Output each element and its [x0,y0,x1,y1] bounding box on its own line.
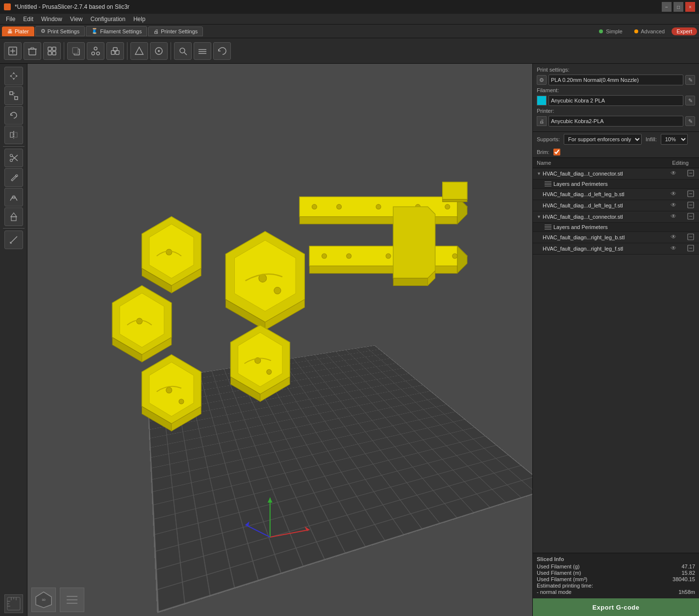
list-item[interactable]: ▶ HVAC_fault_diagn...right_leg_f.stl 👁 [533,243,699,255]
filament-g-row: Used Filament (g) 47.17 [537,564,695,569]
undo-button[interactable] [213,42,231,60]
tab-printer-settings[interactable]: 🖨 Printer Settings [148,26,203,36]
edit-icon[interactable] [687,202,695,209]
item-name: Layers and Perimeters [553,224,695,230]
menu-file[interactable]: File [2,15,19,24]
infill-select[interactable]: 10% [661,134,688,145]
maximize-button[interactable]: □ [674,2,683,12]
add-object-button[interactable] [4,42,22,60]
svg-rect-89 [443,182,467,199]
filament-g-label: Used Filament (g) [537,564,579,569]
copy-button[interactable] [67,42,85,60]
rotate-tool[interactable] [4,106,23,125]
list-item[interactable]: ▼ HVAC_fault_diag...t_connector.stl 👁 [533,211,699,223]
mode-expert-button[interactable]: Expert [672,27,697,35]
edit-icon[interactable] [687,233,695,241]
advanced-dot [634,29,638,33]
split-button[interactable] [106,42,124,60]
filament-mm3-row: Used Filament (mm³) 38040.15 [537,576,695,582]
move-tool[interactable] [4,67,23,85]
filament-color-swatch[interactable] [537,96,547,105]
visibility-icon[interactable]: 👁 [671,233,678,241]
tab-filament-settings[interactable]: 🧵 Filament Settings [86,26,147,36]
svg-point-86 [376,205,381,209]
paint-tool[interactable] [4,168,23,187]
list-item[interactable]: ▶ HVAC_fault_diag...d_left_leg_b.stl 👁 [533,189,699,200]
filament-label: Filament: [537,87,564,93]
list-item[interactable]: ▶ HVAC_fault_diagn...right_leg_b.stl 👁 [533,232,699,243]
arrange-button[interactable] [43,42,61,60]
mirror-tool[interactable] [4,126,23,144]
delete-button[interactable] [24,42,41,60]
menu-window[interactable]: Window [37,15,66,24]
list-item-child[interactable]: Layers and Perimeters [533,180,699,189]
print-settings-icon: ⚙ [41,28,46,34]
visibility-icon[interactable]: 👁 [671,213,678,221]
svg-line-31 [13,95,15,97]
edit-icon[interactable] [687,213,695,221]
mode-simple-button[interactable]: Simple [594,27,627,35]
print-gear-icon[interactable]: ⚙ [537,75,547,85]
viewport[interactable]: 3D [27,64,532,616]
visibility-icon[interactable]: 👁 [671,202,678,209]
svg-marker-61 [112,337,142,362]
print-settings-edit-icon[interactable]: ✎ [685,75,695,85]
svg-point-87 [415,205,420,209]
layer-view-button[interactable] [60,588,84,612]
supports-select[interactable]: For support enforcers only [564,134,642,145]
visibility-icon[interactable]: 👁 [671,170,678,178]
instances-button[interactable] [87,42,104,60]
search-button[interactable] [174,42,192,60]
list-item[interactable]: ▶ HVAC_fault_diag...d_left_leg_f.stl 👁 [533,200,699,211]
print-profile-select[interactable]: PLA 0.20mm Normal(0.4mm Nozzle) [549,75,683,85]
edit-icon[interactable] [687,170,695,178]
printer-profile-select[interactable]: Anycubic Kobra2-PLA [549,116,683,127]
close-button[interactable]: × [685,2,695,12]
menu-help[interactable]: Help [129,15,150,24]
svg-point-12 [92,52,95,55]
menu-view[interactable]: View [66,15,87,24]
scale-tool[interactable] [4,86,23,105]
titlebar: *Untitled - PrusaSlicer-2.7.4 based on S… [0,0,699,14]
navigation-cube[interactable]: 3D [31,588,56,612]
visibility-icon[interactable]: 👁 [671,245,678,253]
edit-icon[interactable] [687,190,695,198]
print-settings-section: Print settings: ⚙ PLA 0.20mm Normal(0.4m… [533,64,699,132]
minimize-button[interactable]: − [662,2,672,12]
edit-icon[interactable] [687,245,695,253]
visibility-icon[interactable]: 👁 [671,190,678,198]
filament-mm3-label: Used Filament (mm³) [537,576,587,582]
svg-rect-6 [48,47,51,51]
support-button[interactable] [130,42,148,60]
svg-line-38 [12,156,18,161]
mode-advanced-button[interactable]: Advanced [629,27,670,35]
tab-plater[interactable]: 🖶 Plater [2,26,34,36]
support-paint-tool[interactable] [4,207,23,226]
seam-paint-tool[interactable] [4,188,23,206]
list-item[interactable]: ▼ HVAC_fault_diag...t_connector.stl 👁 [533,168,699,180]
seam-button[interactable] [150,42,168,60]
brim-checkbox[interactable] [553,149,560,155]
tab-print-settings[interactable]: ⚙ Print Settings [35,26,85,36]
export-gcode-button[interactable]: Export G-code [533,598,699,616]
measure-tool[interactable] [4,231,23,249]
cut-tool[interactable] [4,149,23,167]
printer-label-row: Printer: [537,108,695,114]
slice-button[interactable] [194,42,211,60]
print-bed [147,345,532,613]
print-time-value: 1h58m [678,589,695,595]
svg-point-55 [166,249,172,255]
svg-rect-5 [31,48,34,49]
sliced-info-section: Sliced Info Used Filament (g) 47.17 Used… [533,553,699,598]
left-sep-2 [3,228,25,229]
filament-label-row: Filament: [537,87,695,93]
menu-configuration[interactable]: Configuration [87,15,129,24]
filament-profile-select[interactable]: Anycubic Kobra 2 PLA [549,95,683,106]
print-profile-row: ⚙ PLA 0.20mm Normal(0.4mm Nozzle) ✎ [537,75,695,85]
svg-point-88 [445,205,450,209]
list-item-child[interactable]: Layers and Perimeters [533,223,699,232]
svg-marker-34 [14,132,17,137]
menu-edit[interactable]: Edit [19,15,37,24]
filament-settings-edit-icon[interactable]: ✎ [685,96,695,105]
printer-settings-edit-icon[interactable]: ✎ [685,116,695,126]
